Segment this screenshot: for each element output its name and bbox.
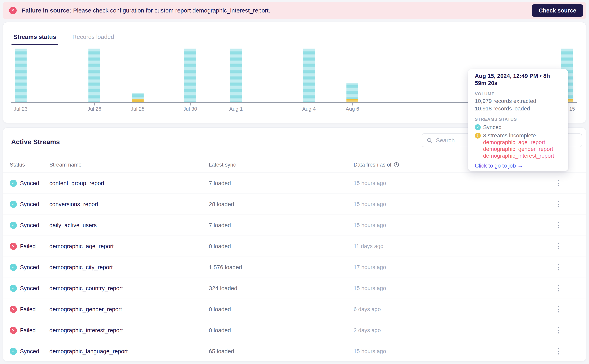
data-fresh-value: 15 hours ago xyxy=(353,201,535,207)
go-to-job-link[interactable]: Click to go to job → xyxy=(475,162,523,169)
chart-bar[interactable] xyxy=(15,49,26,102)
row-menu-button[interactable] xyxy=(556,262,560,272)
bar-incomplete-segment xyxy=(347,99,358,102)
data-fresh-value: 15 hours ago xyxy=(353,180,535,186)
table-row: ✕ Failed demographic_age_report 0 loaded… xyxy=(3,236,586,257)
alert-message: Failure in source: Please check configur… xyxy=(22,7,270,14)
bar-synced-segment xyxy=(132,93,144,99)
axis-label: Jul 23 xyxy=(7,106,34,112)
data-fresh-value: 6 days ago xyxy=(353,306,535,312)
bar-synced-segment xyxy=(184,49,196,102)
latest-sync-value: 0 loaded xyxy=(209,243,353,250)
status-label: Synced xyxy=(20,285,39,292)
chart-bar[interactable] xyxy=(303,49,315,102)
stream-name: demographic_language_report xyxy=(49,348,209,355)
sync-tooltip: Aug 15, 2024, 12:49 PM • 8h 59m 20s VOLU… xyxy=(468,69,568,171)
table-row: ✓ Synced daily_active_users 7 loaded 15 … xyxy=(3,215,586,236)
row-menu-button[interactable] xyxy=(556,221,560,230)
status-icon: ✓ xyxy=(10,348,17,355)
data-fresh-value: 2 days ago xyxy=(353,327,535,333)
bar-synced-segment xyxy=(15,49,26,102)
data-fresh-value: 11 days ago xyxy=(353,243,535,249)
chart-bar[interactable] xyxy=(88,49,100,102)
records-loaded: 10,918 records loaded xyxy=(475,105,562,112)
status-icon: ✓ xyxy=(10,201,17,208)
col-data-fresh-label: Data fresh as of xyxy=(353,162,392,168)
axis-tick xyxy=(309,103,309,105)
row-menu-button[interactable] xyxy=(556,284,560,293)
chart-bar[interactable] xyxy=(347,83,358,102)
stream-name: demographic_city_report xyxy=(49,264,209,271)
stream-name: demographic_interest_report xyxy=(49,327,209,334)
latest-sync-value: 7 loaded xyxy=(209,222,353,229)
table-row: ✓ Synced content_group_report 7 loaded 1… xyxy=(3,173,586,194)
status-label: Synced xyxy=(20,348,39,355)
chart-bar[interactable] xyxy=(132,93,144,102)
section-title: Active Streams xyxy=(11,138,60,146)
axis-label: Jul 28 xyxy=(124,106,151,112)
status-label: Synced xyxy=(20,222,39,229)
stream-name: demographic_country_report xyxy=(49,285,209,292)
status-label: Synced xyxy=(20,264,39,271)
records-extracted: 10,979 records extracted xyxy=(475,98,562,104)
status-label: Synced xyxy=(20,180,39,187)
alert-banner: ✕ Failure in source: Please check config… xyxy=(3,2,586,19)
table-row: ✓ Synced demographic_language_report 65 … xyxy=(3,341,586,361)
chart-bar[interactable] xyxy=(184,49,196,102)
status-label: Failed xyxy=(20,306,36,313)
row-menu-button[interactable] xyxy=(556,347,560,356)
data-fresh-value: 17 hours ago xyxy=(353,264,535,270)
data-fresh-value: 15 hours ago xyxy=(353,348,535,354)
incomplete-stream-links: demographic_age_reportdemographic_gender… xyxy=(483,139,562,159)
alert-title: Failure in source: xyxy=(22,7,71,14)
table-row: ✓ Synced demographic_country_report 324 … xyxy=(3,278,586,299)
axis-tick xyxy=(352,103,353,105)
axis-label: Aug 1 xyxy=(222,106,250,112)
status-icon: ✕ xyxy=(10,306,17,313)
axis-tick xyxy=(236,103,236,105)
tooltip-volume-label: VOLUME xyxy=(475,91,562,97)
bar-synced-segment xyxy=(303,49,315,102)
status-icon: ✕ xyxy=(10,243,17,250)
tooltip-title: Aug 15, 2024, 12:49 PM • 8h 59m 20s xyxy=(475,72,562,87)
axis-tick xyxy=(21,103,21,105)
latest-sync-value: 0 loaded xyxy=(209,327,353,334)
axis-label: Aug 4 xyxy=(295,106,323,112)
status-label: Synced xyxy=(20,201,39,208)
table-body: ✓ Synced content_group_report 7 loaded 1… xyxy=(3,173,586,361)
search-icon xyxy=(426,137,433,143)
bar-synced-segment xyxy=(347,83,358,99)
row-menu-button[interactable] xyxy=(556,178,560,188)
axis-tick xyxy=(138,103,138,105)
status-icon: ✓ xyxy=(10,180,17,187)
incomplete-stream-link[interactable]: demographic_gender_report xyxy=(483,146,562,152)
row-menu-button[interactable] xyxy=(556,325,560,335)
latest-sync-value: 65 loaded xyxy=(209,348,353,355)
table-row: ✕ Failed demographic_gender_report 0 loa… xyxy=(3,299,586,320)
incomplete-stream-link[interactable]: demographic_age_report xyxy=(483,139,562,146)
alert-detail: Please check configuration for custom re… xyxy=(71,7,270,14)
latest-sync-value: 1,576 loaded xyxy=(209,264,353,271)
latest-sync-value: 324 loaded xyxy=(209,285,353,292)
axis-label: Jul 30 xyxy=(176,106,204,112)
chart-bar[interactable] xyxy=(230,49,242,102)
col-stream-name: Stream name xyxy=(49,162,209,168)
table-row: ✕ Failed demographic_interest_report 0 l… xyxy=(3,320,586,341)
row-menu-button[interactable] xyxy=(556,199,560,209)
bar-incomplete-segment xyxy=(132,99,144,102)
row-menu-button[interactable] xyxy=(556,241,560,251)
data-fresh-value: 15 hours ago xyxy=(353,222,535,228)
incomplete-label: 3 streams incomplete xyxy=(483,132,536,139)
stream-name: demographic_age_report xyxy=(49,243,209,250)
row-menu-button[interactable] xyxy=(556,305,560,314)
stream-name: demographic_gender_report xyxy=(49,306,209,313)
axis-tick xyxy=(190,103,190,105)
status-icon: ✕ xyxy=(10,327,17,334)
axis-tick xyxy=(94,103,95,105)
axis-label: Aug 6 xyxy=(339,106,366,112)
synced-check-icon: ✓ xyxy=(475,124,481,130)
check-source-button[interactable]: Check source xyxy=(532,4,583,17)
incomplete-stream-link[interactable]: demographic_interest_report xyxy=(483,152,562,159)
latest-sync-value: 7 loaded xyxy=(209,180,353,187)
stream-name: content_group_report xyxy=(49,180,209,187)
